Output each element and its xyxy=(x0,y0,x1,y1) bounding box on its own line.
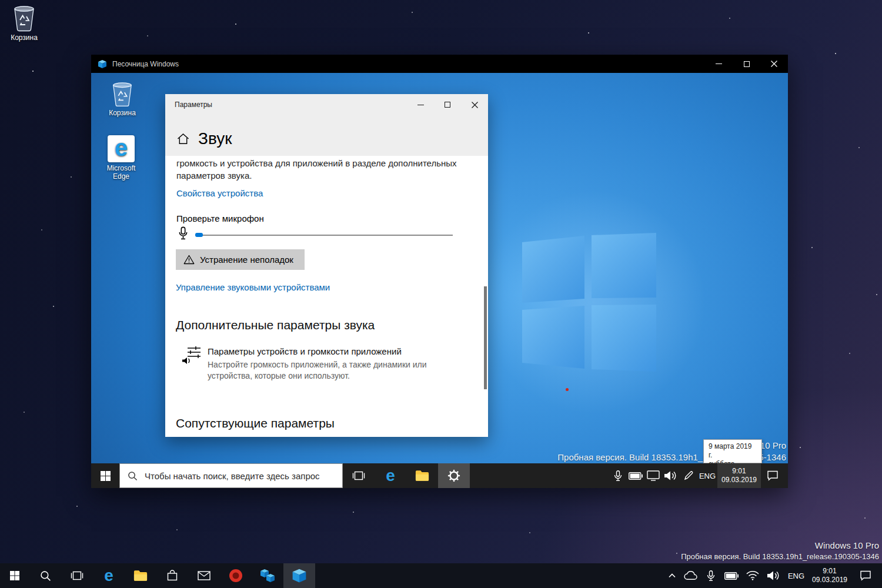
language-indicator[interactable]: ENG xyxy=(697,463,717,488)
task-view-button[interactable] xyxy=(343,463,375,488)
edge-icon: e xyxy=(104,567,113,584)
host-file-explorer-button[interactable] xyxy=(125,563,156,588)
taskbar-search-box[interactable] xyxy=(119,463,343,488)
sandbox-close-button[interactable] xyxy=(760,55,788,73)
host-recycle-bin-label: Корзина xyxy=(11,34,38,42)
search-icon xyxy=(40,570,51,582)
folder-icon xyxy=(415,470,429,482)
host-language-indicator[interactable]: ENG xyxy=(784,563,808,588)
tooltip-weekday: суббота xyxy=(709,460,757,463)
troubleshoot-button-label: Устранение неполадок xyxy=(200,255,293,265)
mic-level-fill xyxy=(195,233,203,237)
file-explorer-button[interactable] xyxy=(406,463,438,488)
settings-titlebar[interactable]: Параметры xyxy=(165,94,488,115)
settings-close-button[interactable] xyxy=(461,94,488,115)
settings-taskbar-button[interactable] xyxy=(438,463,470,488)
settings-window-title: Параметры xyxy=(175,101,212,109)
battery-icon xyxy=(629,472,643,480)
settings-window: Параметры Звук xyxy=(165,94,488,437)
host-tray-mic-button[interactable] xyxy=(701,563,721,588)
sandbox-edge-shortcut[interactable]: e Microsoft Edge xyxy=(98,135,144,181)
sandbox-maximize-button[interactable] xyxy=(733,55,760,73)
recycle-bin-icon xyxy=(12,5,36,32)
folder-icon xyxy=(133,570,148,582)
device-properties-link[interactable]: Свойства устройства xyxy=(176,188,263,198)
host-taskbar-clock[interactable]: 9:01 09.03.2019 xyxy=(808,563,851,588)
task-view-icon xyxy=(352,469,365,482)
host-task-view-button[interactable] xyxy=(61,563,93,588)
tray-network-button[interactable] xyxy=(644,463,662,488)
speaker-icon xyxy=(664,470,678,481)
settings-maximize-button[interactable] xyxy=(434,94,461,115)
host-tray-volume-button[interactable] xyxy=(763,563,784,588)
stars-decoration xyxy=(0,0,1,1)
host-tray-network-button[interactable] xyxy=(742,563,763,588)
sandbox-window-title: Песочница Windows xyxy=(112,60,179,68)
windows-logo-wallpaper xyxy=(522,233,656,373)
tray-pen-button[interactable] xyxy=(680,463,697,488)
host-tray-battery-button[interactable] xyxy=(721,563,742,588)
sound-intro-text: громкость и устройства для приложений в … xyxy=(176,157,473,182)
host-action-center-button[interactable] xyxy=(851,563,880,588)
sandbox-minimize-button[interactable] xyxy=(705,55,733,73)
settings-minimize-button[interactable] xyxy=(407,94,434,115)
host-recycle-bin-icon[interactable]: Корзина xyxy=(1,5,47,42)
taskbar-clock[interactable]: 9:01 09.03.2019 xyxy=(717,463,761,488)
host-mail-button[interactable] xyxy=(188,563,220,588)
warning-icon xyxy=(183,255,195,265)
pen-icon xyxy=(683,470,694,481)
sandbox-titlebar[interactable]: Песочница Windows xyxy=(91,55,788,73)
boxes-app-icon xyxy=(260,569,275,583)
wifi-icon xyxy=(746,571,759,580)
hidden-icons-button[interactable] xyxy=(663,563,681,588)
host-search-button[interactable] xyxy=(29,563,61,588)
windows-sandbox-icon xyxy=(292,568,307,583)
notification-icon xyxy=(767,470,779,481)
host-red-app-button[interactable] xyxy=(220,563,252,588)
settings-scrollbar-thumb[interactable] xyxy=(484,286,487,389)
taskbar-search-input[interactable] xyxy=(145,471,342,481)
notification-icon xyxy=(860,570,871,581)
host-watermark: Windows 10 Pro Пробная версия. Build 183… xyxy=(681,540,879,561)
edge-icon: e xyxy=(108,135,135,162)
microphone-icon xyxy=(707,570,715,582)
tray-battery-button[interactable] xyxy=(627,463,644,488)
onedrive-button[interactable] xyxy=(681,563,701,588)
action-center-button[interactable] xyxy=(761,463,784,488)
home-icon[interactable] xyxy=(177,133,189,145)
clock-tooltip: 9 марта 2019 г. суббота xyxy=(703,439,762,463)
sandbox-desktop[interactable]: Корзина e Microsoft Edge Параметры xyxy=(91,73,788,463)
host-start-button[interactable] xyxy=(0,563,29,588)
host-store-button[interactable] xyxy=(156,563,188,588)
microphone-icon xyxy=(614,470,622,482)
tray-volume-button[interactable] xyxy=(662,463,680,488)
sandbox-edge-label: Microsoft Edge xyxy=(98,164,144,181)
page-title: Звук xyxy=(198,129,232,148)
clock-date: 09.03.2019 xyxy=(812,576,847,584)
troubleshoot-button[interactable]: Устранение неполадок xyxy=(176,249,305,270)
speaker-icon xyxy=(767,570,781,581)
manage-sound-devices-link[interactable]: Управление звуковыми устройствами xyxy=(176,282,330,292)
mail-icon xyxy=(198,571,211,580)
host-watermark-edition: Windows 10 Pro xyxy=(681,540,879,550)
host-windows-sandbox-button[interactable] xyxy=(283,563,315,588)
app-volume-subtitle: Настройте громкость приложений, а также … xyxy=(208,359,440,382)
mic-level-track xyxy=(195,235,453,236)
host-boxes-app-button[interactable] xyxy=(252,563,283,588)
sandbox-taskbar: e xyxy=(91,463,788,488)
advanced-sound-heading: Дополнительные параметры звука xyxy=(176,318,375,332)
host-edge-button[interactable]: e xyxy=(93,563,125,588)
task-view-icon xyxy=(71,569,83,582)
edge-icon: e xyxy=(386,467,395,484)
clock-time: 9:01 xyxy=(732,467,746,476)
app-volume-item[interactable]: Параметры устройств и громкости приложен… xyxy=(182,345,464,382)
sandbox-recycle-bin-icon[interactable]: Корзина xyxy=(99,81,145,117)
tray-mic-button[interactable] xyxy=(609,463,627,488)
host-watermark-build: Пробная версия. Build 18353.19h1_release… xyxy=(681,552,879,561)
start-button[interactable] xyxy=(91,463,119,488)
volume-mixer-icon xyxy=(182,345,202,382)
gear-icon xyxy=(447,469,460,482)
cloud-icon xyxy=(684,571,698,580)
edge-taskbar-button[interactable]: e xyxy=(375,463,406,488)
host-taskbar: e xyxy=(0,563,882,588)
